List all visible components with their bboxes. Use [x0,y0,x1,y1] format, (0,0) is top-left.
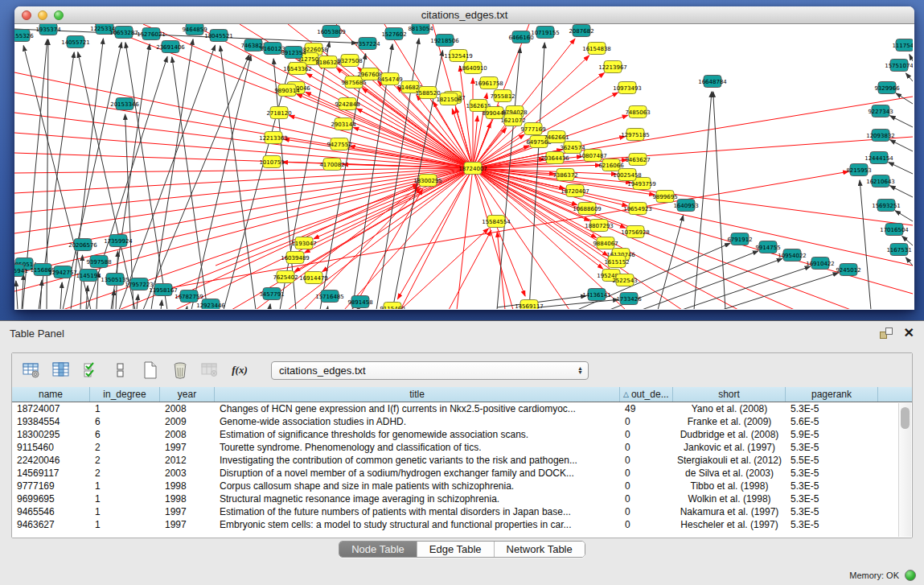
create-table-button[interactable] [141,360,160,380]
tab-node-table[interactable]: Node Table [339,542,417,557]
window-close-button[interactable] [22,10,31,20]
network-node[interactable]: 1733426 [616,293,642,305]
select-rows-button[interactable] [81,360,101,380]
network-node[interactable]: 17016504 [880,224,909,236]
network-node-cited[interactable]: 14569117 [515,300,544,310]
float-panel-icon[interactable] [880,327,893,340]
network-node-cited[interactable]: 1615152 [604,256,629,268]
network-node[interactable]: 3457791 [259,288,284,300]
network-node-cited[interactable]: 8454749 [377,73,402,85]
network-node-cited[interactable]: 11325419 [444,50,473,62]
table-cell[interactable]: 2012 [160,454,215,467]
table-cell[interactable]: Structural magnetic resonance image aver… [215,492,620,505]
network-edge[interactable] [531,299,618,308]
network-node[interactable]: 15716485 [315,290,344,303]
network-node[interactable]: 18045521 [204,30,233,42]
table-cell[interactable]: 2 [90,467,160,480]
table-row[interactable]: 946362711997Embryonic stem cells: a mode… [12,518,912,531]
network-node[interactable]: 14055721 [61,36,90,48]
window-minimize-button[interactable] [38,10,47,20]
table-cell[interactable]: 1 [90,402,160,415]
table-cell[interactable]: 9777169 [12,480,90,492]
table-cell[interactable]: Embryonic stem cells: a model to study s… [215,518,620,531]
network-node-cited[interactable]: 4170082 [319,159,344,171]
network-node-cited[interactable]: 7485063 [625,106,650,118]
table-cell[interactable]: 1998 [160,480,215,492]
column-header-name[interactable]: name [12,387,90,402]
network-node[interactable]: 9245012 [836,264,860,276]
network-edge[interactable] [890,140,913,151]
network-node-cited[interactable]: 1621072 [500,114,525,126]
column-visibility-button[interactable] [51,360,71,380]
network-node-cited[interactable]: 1193047 [291,237,316,249]
network-node-cited[interactable]: 10973493 [613,82,642,94]
table-cell[interactable]: de Silva et al. (2003) [673,467,786,480]
network-node[interactable]: 20153346 [110,98,139,110]
network-edge[interactable] [16,281,18,309]
table-cell[interactable]: Hescheler et al. (1997) [673,518,786,531]
table-cell[interactable]: 14569117 [12,467,90,480]
delete-table-button[interactable] [170,360,190,380]
network-edge[interactable] [60,282,62,309]
network-node[interactable]: 16782759 [175,290,203,303]
network-edge[interactable] [137,295,138,309]
network-node[interactable]: 9397588 [86,256,111,268]
network-edge[interactable] [642,258,782,309]
table-cell[interactable]: Estimation of significance thresholds fo… [215,428,620,441]
network-node[interactable]: 7357224 [355,38,380,50]
tab-network-table[interactable]: Network Table [495,542,585,557]
network-edge[interactable] [890,116,913,127]
network-edge[interactable] [322,168,473,272]
table-cell[interactable]: 0 [620,454,673,467]
network-node-cited[interactable]: 12213967 [598,61,627,73]
vertical-scrollbar[interactable] [898,403,911,537]
table-cell[interactable]: Dudbridge et al. (2008) [673,428,786,441]
table-cell[interactable]: 2009 [160,415,215,428]
network-node-cited[interactable]: 18720407 [561,185,589,197]
table-cell[interactable]: 6 [90,428,160,441]
table-row[interactable]: 1872400712008Changes of HCN gene express… [12,402,912,415]
network-node-cited[interactable]: 9777169 [520,123,545,135]
table-cell[interactable]: 5.3E-5 [786,518,878,531]
network-node[interactable]: 1935374 [35,24,61,35]
table-cell[interactable]: 2 [90,454,160,467]
table-cell[interactable]: 0 [620,428,673,441]
network-node-cited[interactable]: 2522543 [612,274,637,286]
table-cell[interactable]: Genome-wide association studies in ADHD. [215,415,620,428]
network-node[interactable]: 12923446 [196,299,225,310]
table-cell[interactable]: 9463627 [12,518,90,531]
network-node[interactable]: 1117540 [892,39,913,51]
column-header-short[interactable]: short [673,387,786,402]
network-node[interactable]: 9891458 [347,296,372,308]
network-node-cited[interactable]: 16961758 [474,77,503,89]
table-cell[interactable]: 9115460 [12,441,90,454]
memory-indicator[interactable] [905,570,916,581]
table-cell[interactable]: 9699695 [12,492,90,505]
table-settings-button[interactable] [22,360,41,380]
table-cell[interactable]: 5.6E-5 [786,415,878,428]
table-cell[interactable]: Corpus callosum shape and size in male p… [215,480,620,492]
table-cell[interactable]: Investigating the contribution of common… [215,454,620,467]
table-cell[interactable]: 1997 [160,505,215,518]
network-node-cited[interactable]: 9115460 [380,303,405,310]
column-header-year[interactable]: year [160,387,215,402]
network-edge[interactable] [895,211,913,221]
network-node[interactable]: 9155326 [14,30,34,42]
network-node[interactable]: 1640953 [673,200,698,212]
network-node[interactable]: 15693251 [872,200,901,212]
table-cell[interactable]: 5.3E-5 [786,441,878,454]
network-edge[interactable] [890,186,913,197]
table-row[interactable]: 2242004622012Investigating the contribut… [12,454,912,467]
table-cell[interactable]: Stergiakouli et al. (2012) [673,454,786,467]
network-node[interactable]: 6791912 [727,233,752,245]
network-node[interactable]: 16210643 [866,175,895,187]
network-edge[interactable] [187,307,187,309]
table-cell[interactable]: 5.5E-5 [786,454,878,467]
table-row[interactable]: 977716911998Corpus callosum shape and si… [12,480,912,492]
table-cell[interactable]: 0 [620,467,673,480]
network-node[interactable]: 16910422 [806,257,835,270]
network-edge[interactable] [14,93,473,168]
network-edge[interactable] [473,168,513,309]
table-cell[interactable]: 0 [620,441,673,454]
network-node-cited[interactable]: 1821506 [436,93,462,105]
